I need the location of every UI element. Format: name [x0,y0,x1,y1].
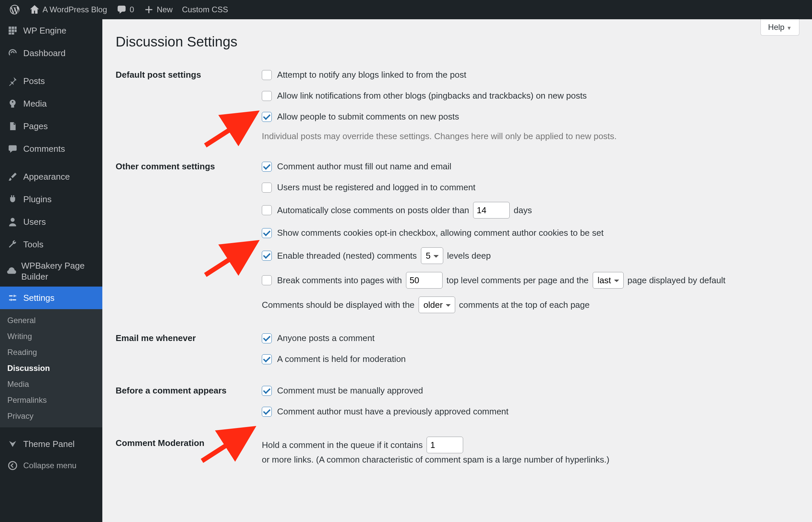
sidebar-item-theme-panel[interactable]: Theme Panel [0,433,102,455]
wpengine-icon [7,25,19,36]
wpbakery-icon [7,266,17,276]
new-content-link[interactable]: New [139,0,177,19]
input-comments-per-page[interactable] [406,272,442,288]
submenu-general[interactable]: General [0,313,102,328]
wp-logo-menu[interactable] [5,0,25,19]
svg-rect-4 [12,29,14,32]
section-heading-moderation: Comment Moderation [116,435,262,483]
svg-rect-3 [8,29,11,32]
sidebar-item-wpengine[interactable]: WP Engine [0,19,102,42]
sliders-icon [7,293,19,303]
custom-css-link[interactable]: Custom CSS [177,0,233,19]
sidebar-item-comments[interactable]: Comments [0,138,102,160]
admin-sidebar: WP Engine Dashboard Posts Media Pages Co… [0,19,102,522]
label-pingback: Attempt to notify any blogs linked to fr… [277,68,466,81]
collapse-label: Collapse menu [23,461,76,470]
sidebar-label: Theme Panel [23,439,75,449]
sidebar-item-tools[interactable]: Tools [0,233,102,256]
custom-css-label: Custom CSS [182,5,228,14]
site-name-text: A WordPress Blog [42,5,107,14]
wrench-icon [7,239,19,249]
user-icon [7,217,19,227]
help-tab[interactable]: Help▼ [760,19,799,36]
checkbox-ping-status[interactable] [262,91,272,101]
input-max-links[interactable] [427,437,463,453]
label-email-new-comment: Anyone posts a comment [277,332,374,345]
section-heading-other: Other comment settings [116,158,262,330]
default-post-note: Individual posts may override these sett… [262,131,799,141]
label-moderation-pre: Hold a comment in the queue if it contai… [262,439,422,451]
comments-icon [7,144,19,154]
label-paginate-pre: Break comments into pages with [277,274,402,287]
svg-rect-5 [15,29,17,32]
sidebar-item-wpbakery[interactable]: WPBakery Page Builder [0,256,102,286]
checkbox-email-new-comment[interactable] [262,334,272,343]
sidebar-label: Comments [23,144,65,154]
sidebar-item-plugins[interactable]: Plugins [0,188,102,210]
select-comment-order[interactable]: older [419,297,455,313]
sidebar-item-posts[interactable]: Posts [0,70,102,92]
comments-bubble-link[interactable]: 0 [112,0,139,19]
svg-rect-6 [8,33,11,35]
svg-rect-2 [15,26,17,29]
input-auto-close-days[interactable] [473,202,510,219]
sidebar-label: Dashboard [23,48,65,58]
svg-point-8 [8,462,17,469]
select-default-page[interactable]: last [593,272,623,288]
checkbox-require-name-email[interactable] [262,162,272,172]
theme-panel-icon [7,439,19,449]
svg-rect-7 [12,33,14,35]
sidebar-label: Appearance [23,172,70,182]
help-label: Help [768,23,785,32]
submenu-privacy[interactable]: Privacy [0,408,102,424]
submenu-writing[interactable]: Writing [0,328,102,344]
section-heading-default: Default post settings [116,66,262,158]
media-icon [7,99,19,108]
comment-bubble-icon [116,4,127,15]
sidebar-label: Posts [23,76,45,86]
plus-icon [143,4,154,15]
sidebar-item-appearance[interactable]: Appearance [0,165,102,188]
label-cookies-optin: Show comments cookies opt-in checkbox, a… [277,226,604,239]
submenu-reading[interactable]: Reading [0,344,102,360]
sidebar-label: Tools [23,239,43,250]
sidebar-item-media[interactable]: Media [0,92,102,115]
label-ping-status: Allow link notifications from other blog… [277,89,587,102]
sidebar-label: Media [23,99,47,109]
checkbox-pingback[interactable] [262,70,272,80]
checkbox-email-moderation[interactable] [262,354,272,364]
checkbox-prev-approved[interactable] [262,407,272,417]
checkbox-require-registration[interactable] [262,183,272,193]
checkbox-auto-close[interactable] [262,205,272,215]
sidebar-label: WPBakery Page Builder [21,260,96,282]
pin-icon [7,76,19,86]
label-threaded-post: levels deep [447,249,491,262]
label-paginate-mid: top level comments per page and the [447,274,589,287]
sidebar-label: Pages [23,121,48,132]
label-threaded-pre: Enable threaded (nested) comments [277,249,417,262]
sidebar-item-dashboard[interactable]: Dashboard [0,42,102,64]
collapse-menu[interactable]: Collapse menu [0,455,102,476]
select-thread-depth[interactable]: 5 [421,247,443,264]
checkbox-paginate[interactable] [262,275,272,285]
label-paginate-post: page displayed by default [628,274,726,287]
sidebar-item-users[interactable]: Users [0,210,102,233]
submenu-media[interactable]: Media [0,376,102,392]
new-label: New [157,5,173,14]
section-heading-email: Email me whenever [116,330,262,382]
label-require-registration: Users must be registered and logged in t… [277,181,475,194]
svg-rect-1 [12,26,14,29]
checkbox-allow-comments[interactable] [262,112,272,122]
submenu-discussion[interactable]: Discussion [0,360,102,376]
label-order-post: comments at the top of each page [459,299,590,312]
label-manual-approve: Comment must be manually approved [277,384,423,397]
label-auto-close-post: days [514,204,532,217]
sidebar-item-settings[interactable]: Settings [0,286,102,309]
submenu-permalinks[interactable]: Permalinks [0,392,102,408]
label-auto-close-pre: Automatically close comments on posts ol… [277,204,469,217]
checkbox-manual-approve[interactable] [262,386,272,396]
checkbox-cookies-optin[interactable] [262,228,272,238]
sidebar-item-pages[interactable]: Pages [0,115,102,138]
site-name-link[interactable]: A WordPress Blog [25,0,112,19]
checkbox-threaded[interactable] [262,251,272,261]
